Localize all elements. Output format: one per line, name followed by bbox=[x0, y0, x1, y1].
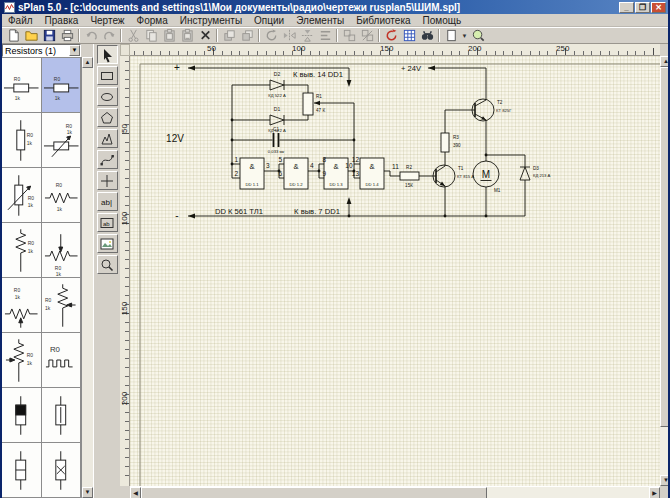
cut-icon[interactable] bbox=[124, 28, 142, 43]
menu-bar: Файл Правка Чертеж Форма Инструменты Опц… bbox=[2, 14, 668, 27]
chevron-down-icon[interactable]: ▼ bbox=[69, 45, 80, 56]
close-button[interactable]: ✕ bbox=[651, 2, 666, 13]
component-d2[interactable] bbox=[270, 80, 284, 90]
mirror-horizontal-icon[interactable] bbox=[280, 28, 298, 43]
scroll-up-icon[interactable]: ▲ bbox=[660, 56, 670, 67]
copy-icon[interactable] bbox=[142, 28, 160, 43]
new-icon[interactable] bbox=[4, 28, 22, 43]
save-icon[interactable] bbox=[40, 28, 58, 43]
library-item-resistor-zigzag-h[interactable]: R01k bbox=[42, 168, 82, 223]
scroll-down-icon[interactable]: ▼ bbox=[660, 475, 670, 486]
paste-icon[interactable] bbox=[160, 28, 178, 43]
horizontal-scroll-thumb[interactable] bbox=[141, 487, 487, 498]
refresh-icon[interactable] bbox=[382, 28, 400, 43]
svg-text:1k: 1k bbox=[54, 96, 60, 101]
library-item-resistor-h-selected[interactable]: R01k bbox=[42, 58, 82, 113]
menu-tools[interactable]: Инструменты bbox=[174, 15, 248, 26]
library-item-resistor-box-half[interactable] bbox=[2, 388, 42, 443]
menu-form[interactable]: Форма bbox=[131, 15, 174, 26]
library-item-resistor-tap-up[interactable]: R01k bbox=[2, 278, 42, 333]
undo-icon[interactable] bbox=[82, 28, 100, 43]
library-item-resistor-zigzag-v[interactable]: R01k bbox=[2, 223, 42, 278]
restore-button[interactable]: ❐ bbox=[635, 2, 650, 13]
library-item-resistor-variable-h[interactable]: R01k bbox=[42, 113, 82, 168]
polygon-tool[interactable] bbox=[97, 108, 118, 127]
component-r3[interactable] bbox=[441, 133, 449, 152]
mirror-vertical-icon[interactable] bbox=[298, 28, 316, 43]
special-shape-tool[interactable] bbox=[97, 129, 118, 148]
grid-icon[interactable] bbox=[400, 28, 418, 43]
zoom-icon[interactable] bbox=[469, 28, 487, 43]
library-item-resistor-variable-v[interactable]: R01k bbox=[2, 168, 42, 223]
paste-special-icon[interactable] bbox=[178, 28, 196, 43]
library-item-resistor-box-hline[interactable] bbox=[2, 443, 42, 498]
library-item-resistor-h[interactable]: R01k bbox=[2, 58, 42, 113]
sheet-format-icon[interactable] bbox=[442, 28, 460, 43]
ungroup-icon[interactable] bbox=[358, 28, 376, 43]
wires[interactable] bbox=[188, 68, 525, 216]
library-item-resistor-box-x[interactable] bbox=[42, 443, 82, 498]
open-icon[interactable] bbox=[22, 28, 40, 43]
scroll-right-icon[interactable]: ▶ bbox=[649, 487, 660, 498]
minimize-button[interactable]: _ bbox=[619, 2, 634, 13]
curve-tool[interactable] bbox=[97, 150, 118, 169]
menu-library[interactable]: Библиотека bbox=[350, 15, 416, 26]
vertical-scrollbar[interactable]: ▲ ▼ bbox=[660, 56, 670, 486]
component-r2[interactable] bbox=[400, 172, 419, 180]
gate2-pin-in1: 5 bbox=[278, 156, 282, 163]
menu-help[interactable]: Помощь bbox=[417, 15, 468, 26]
svg-text:R0: R0 bbox=[65, 124, 72, 129]
image-tool[interactable] bbox=[97, 234, 118, 253]
component-t2[interactable] bbox=[472, 99, 494, 121]
svg-text:1k: 1k bbox=[28, 249, 34, 254]
align-icon[interactable] bbox=[316, 28, 334, 43]
rotate-icon[interactable] bbox=[262, 28, 280, 43]
to-pin14-label: К выв. 14 DD1 bbox=[293, 70, 343, 79]
rectangle-tool[interactable] bbox=[97, 66, 118, 85]
menu-options[interactable]: Опции bbox=[248, 15, 290, 26]
component-c1[interactable] bbox=[274, 133, 279, 147]
drawing-canvas[interactable]: + - 12V + 24V К выв. 14 DD1 К выв. 7 DD1… bbox=[130, 56, 660, 486]
library-item-potentiometer-v[interactable]: R01k bbox=[42, 278, 82, 333]
horizontal-scrollbar[interactable]: ◀ ▶ bbox=[130, 486, 660, 498]
svg-text:R0: R0 bbox=[54, 266, 61, 271]
component-d1[interactable] bbox=[270, 115, 284, 125]
find-icon[interactable] bbox=[418, 28, 436, 43]
library-item-resistor-tap-down[interactable]: R01k bbox=[42, 223, 82, 278]
group-icon[interactable] bbox=[340, 28, 358, 43]
svg-text:R0: R0 bbox=[14, 288, 21, 293]
supply-12v-label: 12V bbox=[166, 133, 184, 144]
sheet-format-dropdown-icon[interactable]: ▼ bbox=[460, 33, 469, 39]
bring-to-front-icon[interactable] bbox=[220, 28, 238, 43]
vertical-scroll-thumb[interactable] bbox=[660, 67, 670, 427]
component-d3[interactable] bbox=[520, 167, 530, 180]
send-to-back-icon[interactable] bbox=[238, 28, 256, 43]
library-item-potentiometer-v-left[interactable]: R01k bbox=[2, 333, 42, 388]
menu-file[interactable]: Файл bbox=[2, 15, 39, 26]
redo-icon[interactable] bbox=[100, 28, 118, 43]
library-selector[interactable]: Resistors (1) ▼ bbox=[2, 44, 81, 57]
pointer-tool[interactable] bbox=[97, 45, 118, 64]
delete-icon[interactable] bbox=[196, 28, 214, 43]
scroll-left-icon[interactable]: ◀ bbox=[130, 487, 141, 498]
dimension-tool[interactable] bbox=[97, 171, 118, 190]
library-item-resistor-box-vline[interactable] bbox=[42, 388, 82, 443]
library-item-resistor-v[interactable]: R01k bbox=[2, 113, 42, 168]
ellipse-tool[interactable] bbox=[97, 87, 118, 106]
menu-elements[interactable]: Элементы bbox=[290, 15, 350, 26]
text-box-tool[interactable]: ab bbox=[97, 213, 118, 232]
component-t1[interactable] bbox=[433, 165, 455, 187]
library-scrollbar[interactable]: ▲ ▼ bbox=[81, 57, 93, 498]
d3-ref: D3 bbox=[533, 166, 539, 171]
zoom-tool[interactable] bbox=[97, 255, 118, 274]
menu-drawing[interactable]: Чертеж bbox=[84, 15, 130, 26]
scroll-down-icon[interactable]: ▼ bbox=[82, 487, 93, 498]
c1-value: 0,033 мк bbox=[268, 149, 285, 154]
text-tool[interactable]: ab| bbox=[97, 192, 118, 211]
scroll-up-icon[interactable]: ▲ bbox=[82, 57, 93, 68]
svg-text:R0: R0 bbox=[28, 241, 35, 246]
print-icon[interactable] bbox=[58, 28, 76, 43]
library-item-resistor-pulse[interactable]: R0 bbox=[42, 333, 82, 388]
menu-edit[interactable]: Правка bbox=[39, 15, 85, 26]
gate4-symbol: & bbox=[369, 162, 374, 171]
